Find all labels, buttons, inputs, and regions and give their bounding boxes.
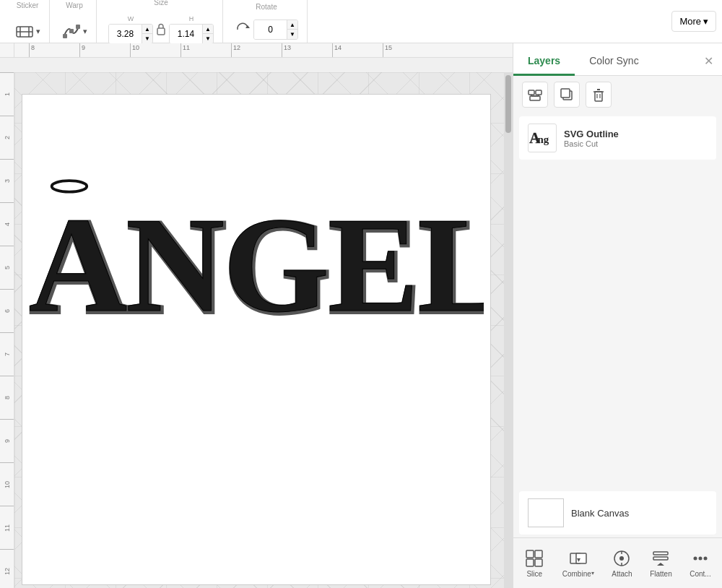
svg-point-39 bbox=[703, 557, 707, 561]
tab-layers[interactable]: Layers bbox=[513, 48, 575, 76]
layer-info: SVG Outline Basic Cut bbox=[564, 129, 708, 148]
ruler-left-mark: 9 bbox=[0, 419, 14, 462]
svg-rect-5 bbox=[69, 29, 74, 33]
combine-label: Combine bbox=[562, 570, 591, 578]
rotate-input-group: 0 ▲ ▼ bbox=[253, 20, 298, 40]
ruler-left: 1 2 3 4 5 6 7 8 9 10 11 12 bbox=[0, 72, 14, 588]
slice-icon bbox=[524, 548, 544, 568]
canvas-row: 1 2 3 4 5 6 7 8 9 10 11 12 bbox=[0, 58, 513, 588]
rotate-input[interactable]: 0 bbox=[254, 20, 287, 39]
panel-tabs: Layers Color Sync ✕ bbox=[513, 43, 722, 76]
warp-label: Warp bbox=[66, 1, 83, 9]
width-up-button[interactable]: ▲ bbox=[142, 25, 152, 34]
combine-svg-icon: ▾ bbox=[569, 549, 588, 568]
slice-button[interactable]: Slice bbox=[518, 544, 550, 582]
svg-point-38 bbox=[698, 557, 702, 561]
slice-svg-icon bbox=[525, 549, 544, 568]
svg-text:ng: ng bbox=[537, 134, 549, 145]
ruler-left-mark: 3 bbox=[0, 159, 14, 202]
canvas-grid[interactable]: .angels-text { font-family: 'Georgia', '… bbox=[14, 72, 513, 588]
svg-rect-10 bbox=[536, 90, 542, 95]
flatten-label: Flatten bbox=[650, 570, 672, 578]
warp-item: Warp ▾ bbox=[58, 1, 90, 41]
ruler-mark-8: 8 bbox=[29, 43, 79, 57]
flatten-icon bbox=[651, 548, 671, 568]
combine-label-row: Combine ▾ bbox=[562, 570, 594, 578]
ruler-top: 8 9 10 11 12 13 14 15 bbox=[14, 43, 513, 58]
ruler-mark-12: 12 bbox=[231, 43, 282, 57]
flatten-svg-icon bbox=[651, 549, 670, 568]
layer-name: SVG Outline bbox=[564, 129, 708, 139]
svg-rect-26 bbox=[526, 559, 534, 566]
rotate-up-button[interactable]: ▲ bbox=[287, 20, 297, 30]
attach-button[interactable]: Attach bbox=[606, 544, 638, 582]
layer-thumbnail: A ng bbox=[528, 124, 557, 152]
svg-rect-36 bbox=[653, 557, 668, 560]
lock-icon[interactable] bbox=[156, 22, 166, 35]
warp-dropdown[interactable]: ▾ bbox=[83, 27, 87, 36]
blank-canvas-label: Blank Canvas bbox=[571, 508, 629, 519]
attach-svg-icon bbox=[612, 549, 631, 568]
flatten-button[interactable]: Flatten bbox=[644, 544, 678, 582]
svg-rect-6 bbox=[76, 25, 80, 29]
more-button[interactable]: More ▾ bbox=[671, 11, 716, 32]
svg-rect-35 bbox=[653, 552, 668, 555]
ruler-mark-9: 9 bbox=[79, 43, 130, 57]
width-down-button[interactable]: ▼ bbox=[142, 34, 152, 43]
svg-point-32 bbox=[619, 556, 624, 561]
continue-svg-icon bbox=[691, 549, 710, 568]
sticker-label: Sticker bbox=[17, 1, 39, 9]
layer-item[interactable]: A ng SVG Outline Basic Cut bbox=[519, 116, 716, 160]
sticker-group: Sticker ▾ bbox=[6, 0, 50, 43]
combine-button[interactable]: ▾ Combine ▾ bbox=[557, 544, 600, 582]
height-up-button[interactable]: ▲ bbox=[203, 25, 213, 34]
ruler-top-row: 8 9 10 11 12 13 14 15 bbox=[0, 43, 513, 58]
ruler-left-mark: 6 bbox=[0, 289, 14, 332]
svg-rect-16 bbox=[561, 89, 570, 98]
width-input[interactable]: 3.28 bbox=[109, 25, 142, 43]
height-input-group: 1.14 ▲ ▼ bbox=[169, 24, 214, 44]
panel-close-button[interactable]: ✕ bbox=[695, 47, 722, 75]
blank-canvas-item[interactable]: Blank Canvas bbox=[519, 491, 716, 535]
svg-rect-11 bbox=[530, 96, 540, 100]
continue-button[interactable]: Cont... bbox=[684, 544, 716, 582]
sticker-icon bbox=[14, 21, 35, 41]
rotate-down-button[interactable]: ▼ bbox=[287, 30, 297, 39]
group-button[interactable] bbox=[522, 82, 548, 108]
group-icon bbox=[528, 87, 542, 102]
duplicate-button[interactable] bbox=[554, 82, 580, 108]
warp-group: Warp ▾ bbox=[53, 0, 97, 43]
canvas-with-ruler: 8 9 10 11 12 13 14 15 1 2 3 bbox=[0, 43, 513, 588]
blank-canvas-thumbnail bbox=[528, 498, 564, 527]
tab-color-sync[interactable]: Color Sync bbox=[575, 48, 653, 76]
height-input[interactable]: 1.14 bbox=[170, 25, 202, 43]
sticker-dropdown[interactable]: ▾ bbox=[36, 27, 40, 36]
attach-label: Attach bbox=[612, 570, 632, 578]
rotate-icon bbox=[235, 22, 251, 38]
rotate-label: Rotate bbox=[256, 3, 277, 11]
width-input-group: 3.28 ▲ ▼ bbox=[108, 24, 153, 44]
ruler-mark-14: 14 bbox=[332, 43, 383, 57]
delete-button[interactable] bbox=[586, 82, 612, 108]
scrollbar-thumb[interactable] bbox=[505, 75, 511, 133]
svg-text:▾: ▾ bbox=[576, 555, 580, 563]
svg-rect-9 bbox=[529, 90, 534, 95]
angels-svg-image: .angels-text { font-family: 'Georgia', '… bbox=[22, 173, 484, 332]
ruler-mark-13: 13 bbox=[282, 43, 332, 57]
ruler-left-mark: 2 bbox=[0, 116, 14, 159]
height-down-button[interactable]: ▼ bbox=[203, 34, 213, 43]
vertical-scrollbar[interactable] bbox=[504, 72, 513, 588]
ruler-mark-10: 10 bbox=[130, 43, 180, 57]
rotate-item: Rotate 0 ▲ ▼ bbox=[232, 3, 301, 40]
toolbar: Sticker ▾ Warp bbox=[0, 0, 722, 43]
ruler-left-mark: 10 bbox=[0, 462, 14, 506]
ruler-left-mark: 4 bbox=[0, 202, 14, 246]
ruler-left-mark: 1 bbox=[0, 72, 14, 116]
attach-icon bbox=[612, 548, 632, 568]
right-panel: Layers Color Sync ✕ bbox=[513, 43, 722, 588]
angels-logo[interactable]: .angels-text { font-family: 'Georgia', '… bbox=[22, 173, 491, 376]
layer-preview-icon: A ng bbox=[529, 128, 556, 148]
svg-rect-7 bbox=[157, 28, 165, 35]
main-area: 8 9 10 11 12 13 14 15 1 2 3 bbox=[0, 43, 722, 588]
svg-rect-17 bbox=[595, 92, 602, 101]
